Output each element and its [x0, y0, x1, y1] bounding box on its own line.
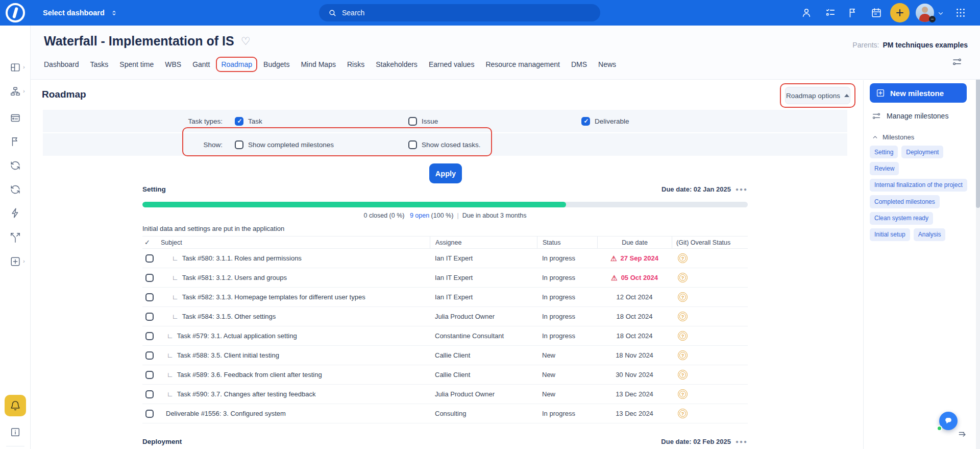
- tab-gantt[interactable]: Gantt: [192, 60, 210, 68]
- open-tasks-link[interactable]: 9 open: [410, 212, 429, 219]
- row-checkbox[interactable]: [145, 254, 154, 263]
- task-link[interactable]: Task #584: 3.1.5. Other settings: [182, 313, 276, 320]
- milestone-chip[interactable]: Internal finalization of the project: [870, 179, 967, 192]
- checkbox-deliverable[interactable]: [581, 117, 590, 126]
- row-checkbox[interactable]: [145, 293, 154, 301]
- chevron-right-icon[interactable]: ›: [23, 258, 25, 264]
- more-options-icon[interactable]: ●●●: [736, 439, 748, 444]
- milestone-name[interactable]: Setting: [142, 185, 166, 193]
- milestone-chip[interactable]: Initial setup: [870, 228, 910, 241]
- assignee[interactable]: Consulting: [430, 410, 537, 417]
- tab-roadmap[interactable]: Roadmap: [221, 60, 252, 68]
- next-milestone-row: Deployment Due date: 02 Feb 2025 ●●●: [142, 438, 748, 445]
- manage-milestones-link[interactable]: Manage milestones: [872, 111, 948, 121]
- tab-earned-values[interactable]: Earned values: [429, 60, 475, 68]
- select-all-icon[interactable]: ✓: [144, 239, 150, 246]
- col-subject[interactable]: Subject: [161, 237, 430, 248]
- row-checkbox[interactable]: [145, 351, 154, 360]
- tab-news[interactable]: News: [598, 60, 616, 68]
- user-icon[interactable]: [801, 7, 812, 18]
- assignee[interactable]: Callie Client: [430, 371, 537, 379]
- milestone-chip[interactable]: Clean system ready: [870, 212, 933, 225]
- assignee[interactable]: Ian IT Expert: [430, 293, 537, 301]
- row-checkbox[interactable]: [145, 313, 154, 321]
- task-link[interactable]: Task #579: 3.1. Actual application setti…: [177, 332, 297, 340]
- search-input[interactable]: Search: [319, 4, 600, 21]
- split-branch-icon[interactable]: [10, 232, 21, 243]
- assignee[interactable]: Julia Product Owner: [430, 313, 537, 320]
- chevron-right-icon[interactable]: ›: [23, 64, 25, 70]
- milestone-chip[interactable]: Completed milestones: [870, 195, 940, 208]
- tab-tasks[interactable]: Tasks: [90, 60, 109, 68]
- assignee[interactable]: Constantine Consultant: [430, 332, 537, 340]
- row-checkbox[interactable]: [145, 274, 154, 282]
- task-link[interactable]: Task #588: 3.5. Client initial testing: [177, 351, 279, 359]
- row-checkbox[interactable]: [145, 390, 154, 398]
- add-module-icon[interactable]: [10, 256, 21, 267]
- assignee[interactable]: Ian IT Expert: [430, 254, 537, 262]
- quick-add-button[interactable]: [890, 3, 910, 22]
- task-list-icon[interactable]: [825, 7, 836, 18]
- scrollbar-track[interactable]: [976, 26, 980, 449]
- tab-stakeholders[interactable]: Stakeholders: [376, 60, 418, 68]
- milestone-chip[interactable]: Review: [870, 162, 899, 175]
- col-due-date[interactable]: Due date: [597, 237, 672, 248]
- col-assignee[interactable]: Assignee: [430, 237, 537, 248]
- checkbox-task[interactable]: [235, 117, 243, 126]
- browser-card-icon[interactable]: [10, 112, 21, 124]
- refresh-icon[interactable]: [10, 184, 21, 195]
- col-status[interactable]: Status: [537, 237, 597, 248]
- tab-risks[interactable]: Risks: [347, 60, 364, 68]
- new-milestone-button[interactable]: New milestone: [870, 83, 967, 103]
- flag-icon[interactable]: [847, 7, 859, 18]
- milestones-collapse-header[interactable]: Milestones: [872, 133, 914, 141]
- more-options-icon[interactable]: ●●●: [736, 186, 748, 192]
- zap-icon[interactable]: [10, 207, 21, 219]
- tab-spent-time[interactable]: Spent time: [119, 60, 154, 68]
- calendar-icon[interactable]: [871, 7, 882, 18]
- select-dashboard-button[interactable]: Select dashboard: [43, 0, 118, 26]
- task-link[interactable]: Task #581: 3.1.2. Users and groups: [182, 274, 287, 281]
- task-link[interactable]: Task #580: 3.1.1. Roles and permissions: [182, 254, 302, 262]
- notifications-button[interactable]: [5, 395, 26, 416]
- tab-mind-maps[interactable]: Mind Maps: [301, 60, 335, 68]
- col-git-overall-status[interactable]: (Git) Overall Status: [672, 237, 748, 248]
- assignee[interactable]: Ian IT Expert: [430, 274, 537, 281]
- task-link[interactable]: Task #590: 3.7. Changes after testing fe…: [177, 390, 316, 398]
- app-logo[interactable]: [5, 3, 26, 23]
- page-settings-icon[interactable]: [952, 57, 962, 67]
- milestone-chip[interactable]: Setting: [870, 146, 898, 158]
- collapse-panel-icon[interactable]: [958, 429, 968, 439]
- task-link[interactable]: Deliverable #1556: 3. Configured system: [166, 410, 286, 417]
- tab-wbs[interactable]: WBS: [165, 60, 181, 68]
- chevron-down-icon[interactable]: [937, 10, 944, 17]
- apps-grid-icon[interactable]: [955, 7, 966, 18]
- row-checkbox[interactable]: [145, 332, 154, 340]
- tab-dms[interactable]: DMS: [571, 60, 587, 68]
- row-checkbox[interactable]: [145, 371, 154, 379]
- sync-icon[interactable]: [10, 160, 21, 171]
- dashboards-icon[interactable]: [10, 62, 21, 73]
- checkbox-issue[interactable]: [408, 117, 417, 126]
- info-icon[interactable]: [10, 427, 21, 438]
- milestone-name[interactable]: Deployment: [142, 438, 182, 445]
- tab-resource-management[interactable]: Resource management: [485, 60, 560, 68]
- tab-dashboard[interactable]: Dashboard: [44, 60, 79, 68]
- assignee[interactable]: Callie Client: [430, 351, 537, 359]
- milestone-chip[interactable]: Deployment: [901, 146, 943, 158]
- row-checkbox[interactable]: [145, 410, 154, 418]
- parent-project-link[interactable]: PM techniques examples: [883, 41, 968, 49]
- milestone-chip[interactable]: Analysis: [914, 228, 946, 241]
- tab-budgets[interactable]: Budgets: [263, 60, 289, 68]
- roadmap-options-button[interactable]: Roadmap options: [785, 87, 850, 104]
- chevron-right-icon[interactable]: ›: [23, 88, 25, 94]
- task-link[interactable]: Task #582: 3.1.3. Homepage templates for…: [182, 293, 365, 301]
- assignee[interactable]: Julia Product Owner: [430, 390, 537, 398]
- checkbox-show-completed-milestones[interactable]: [235, 140, 243, 149]
- flag-icon[interactable]: [10, 136, 21, 147]
- checkbox-show-closed-tasks[interactable]: [408, 140, 417, 149]
- task-link[interactable]: Task #589: 3.6. Feedback from client aft…: [177, 371, 322, 379]
- apply-button[interactable]: Apply: [429, 163, 462, 183]
- project-tree-icon[interactable]: [10, 86, 21, 97]
- favorite-heart-icon[interactable]: ♡: [241, 35, 251, 48]
